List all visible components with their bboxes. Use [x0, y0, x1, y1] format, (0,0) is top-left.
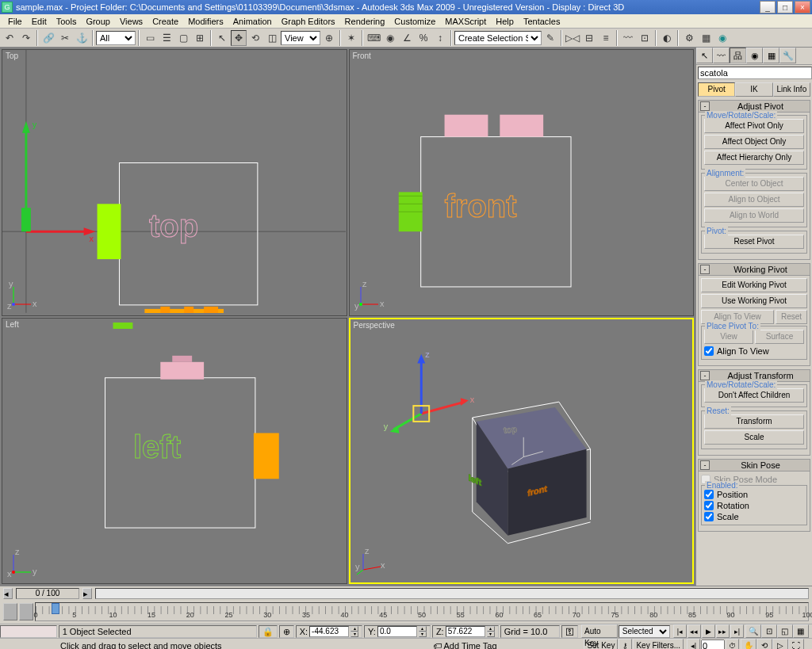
lock-key-icon[interactable]: ⚿: [561, 625, 578, 638]
rotate-button[interactable]: ⟲: [247, 30, 263, 46]
reset-transform-button[interactable]: Transform: [704, 414, 804, 429]
auto-key-button[interactable]: Auto Key: [581, 624, 618, 638]
sp-rotation-checkbox[interactable]: Rotation: [704, 500, 804, 511]
minimize-button[interactable]: _: [760, 1, 776, 13]
time-config-button[interactable]: ⏱: [726, 639, 739, 649]
menu-rendering[interactable]: Rendering: [340, 17, 390, 26]
region-rect-button[interactable]: ▢: [175, 30, 191, 46]
mini-curve-button[interactable]: [3, 603, 17, 620]
z-spinner[interactable]: ▴▾: [487, 626, 495, 637]
time-ruler[interactable]: 0510152025303540455055606570758085909510…: [35, 602, 809, 621]
current-frame-field[interactable]: [701, 639, 725, 650]
unlink-button[interactable]: ✂: [57, 30, 73, 46]
viewport-front[interactable]: Front front x z y: [349, 49, 695, 316]
dont-affect-children-button[interactable]: Don't Affect Children: [704, 388, 804, 403]
set-key-button[interactable]: Set Key: [584, 639, 618, 649]
rollout-header[interactable]: -Working Pivot: [698, 263, 810, 276]
window-crossing-button[interactable]: ⊞: [192, 30, 208, 46]
layer-button[interactable]: ≡: [598, 30, 614, 46]
ref-coord-system[interactable]: View: [281, 31, 320, 45]
key-step-button[interactable]: ◂|: [687, 639, 700, 649]
tab-display[interactable]: ▦: [763, 48, 779, 63]
tab-hierarchy[interactable]: 品: [730, 48, 746, 63]
reset-scale-button[interactable]: Scale: [704, 430, 804, 445]
quick-render-button[interactable]: ◉: [714, 30, 730, 46]
menu-group[interactable]: Group: [81, 17, 115, 26]
viewport-top[interactable]: Top y x top: [2, 49, 347, 316]
arc-rotate-button[interactable]: ⟲: [756, 639, 772, 649]
key-filters-button[interactable]: Key Filters...: [633, 639, 684, 649]
affect-hierarchy-only-button[interactable]: Affect Hierarchy Only: [704, 151, 804, 165]
menu-customize[interactable]: Customize: [389, 17, 440, 26]
menu-tools[interactable]: Tools: [52, 17, 82, 26]
menu-tentacles[interactable]: Tentacles: [519, 17, 565, 26]
min-max-toggle-button[interactable]: ⛶: [788, 639, 804, 649]
scroll-left-button[interactable]: ◂: [3, 588, 13, 599]
render-setup-button[interactable]: ⚙: [681, 30, 697, 46]
align-to-view-checkbox[interactable]: Align To View: [704, 345, 804, 357]
percent-snap-button[interactable]: %: [416, 30, 431, 46]
goto-start-button[interactable]: |◂: [673, 624, 687, 638]
menu-file[interactable]: File: [3, 17, 27, 26]
play-button[interactable]: ▶: [702, 624, 715, 638]
material-editor-button[interactable]: ◐: [659, 30, 675, 46]
lock-button[interactable]: 🔒: [259, 625, 278, 638]
zoom-button[interactable]: 🔍: [745, 624, 761, 638]
affect-pivot-only-button[interactable]: Affect Pivot Only: [704, 119, 804, 133]
zoom-all-button[interactable]: ⊡: [761, 624, 777, 638]
subtab-ik[interactable]: IK: [735, 82, 772, 97]
schematic-view-button[interactable]: ⊡: [637, 30, 653, 46]
keyboard-shortcut-button[interactable]: ⌨: [366, 30, 381, 46]
zoom-extents-all-button[interactable]: ▦: [793, 624, 809, 638]
maximize-button[interactable]: □: [777, 1, 793, 13]
next-frame-button[interactable]: ▸▸: [716, 624, 730, 638]
time-slider-track[interactable]: [95, 588, 809, 599]
affect-object-only-button[interactable]: Affect Object Only: [704, 135, 804, 149]
curve-editor-button[interactable]: 〰: [620, 30, 636, 46]
menu-help[interactable]: Help: [491, 17, 519, 26]
scale-button[interactable]: ◫: [264, 30, 280, 46]
menu-animation[interactable]: Animation: [228, 17, 277, 26]
menu-modifiers[interactable]: Modifiers: [183, 17, 228, 26]
select-by-name-button[interactable]: ☰: [159, 30, 174, 46]
angle-snap-button[interactable]: ∠: [399, 30, 415, 46]
snap-toggle-button[interactable]: ◉: [382, 30, 398, 46]
reset-pivot-button[interactable]: Reset Pivot: [704, 235, 804, 249]
prev-frame-button[interactable]: ◂◂: [688, 624, 701, 638]
key-mode-toggle[interactable]: ⚷: [619, 639, 632, 649]
goto-end-button[interactable]: ▸|: [730, 624, 744, 638]
redo-button[interactable]: ↷: [18, 30, 34, 46]
z-coord-field[interactable]: [446, 626, 485, 637]
sp-position-checkbox[interactable]: Position: [704, 489, 804, 500]
link-button[interactable]: 🔗: [40, 30, 56, 46]
subtab-link-info[interactable]: Link Info: [773, 82, 810, 97]
y-spinner[interactable]: ▴▾: [419, 626, 427, 637]
tab-motion[interactable]: ◉: [746, 48, 763, 63]
tab-create[interactable]: ↖: [696, 48, 713, 63]
undo-button[interactable]: ↶: [2, 30, 17, 46]
fov-button[interactable]: ▷: [772, 639, 788, 649]
add-time-tag-button[interactable]: 🏷 Add Time Tag: [433, 641, 497, 650]
align-button[interactable]: ⊟: [581, 30, 597, 46]
y-coord-field[interactable]: [377, 626, 417, 637]
manipulate-button[interactable]: ✶: [343, 30, 359, 46]
coord-mode-button[interactable]: ⊕: [279, 625, 294, 638]
zoom-extents-button[interactable]: ◱: [777, 624, 793, 638]
menu-maxscript[interactable]: MAXScript: [440, 17, 491, 26]
rollout-header[interactable]: -Skin Pose: [698, 459, 810, 471]
key-mode-select[interactable]: Selected: [619, 625, 670, 638]
menu-views[interactable]: Views: [115, 17, 147, 26]
close-button[interactable]: ×: [795, 1, 810, 13]
menu-edit[interactable]: Edit: [27, 17, 52, 26]
move-button[interactable]: ✥: [231, 30, 247, 46]
tab-utilities[interactable]: 🔧: [779, 48, 796, 63]
tab-modify[interactable]: 〰: [713, 48, 730, 63]
menu-create[interactable]: Create: [147, 17, 183, 26]
viewport-left[interactable]: Left left y z x: [2, 318, 347, 585]
scroll-right-button[interactable]: ▸: [82, 588, 92, 599]
pivot-center-button[interactable]: ⊕: [321, 30, 337, 46]
edit-named-sel-button[interactable]: ✎: [542, 30, 558, 46]
named-selection-set[interactable]: Create Selection Set: [454, 31, 542, 45]
track-view-button[interactable]: [19, 603, 33, 620]
x-coord-field[interactable]: [309, 626, 349, 637]
